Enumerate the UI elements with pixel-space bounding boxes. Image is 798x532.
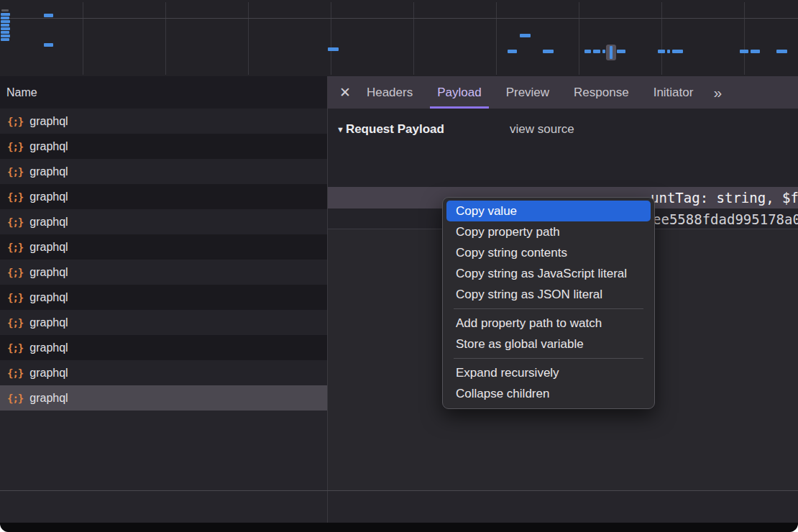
menu-item-collapse-children[interactable]: Collapse children xyxy=(446,383,651,404)
network-activity-bar xyxy=(1,27,10,30)
network-activity-bar xyxy=(508,50,517,53)
payload-operationname-row[interactable]: operationName: "ipFlowTimeseries" xyxy=(328,165,798,187)
json-braces-icon: {;} xyxy=(7,216,23,228)
network-activity-bar xyxy=(672,50,683,53)
context-menu: Copy valueCopy property pathCopy string … xyxy=(442,197,655,409)
column-header-name[interactable]: Name xyxy=(0,76,327,109)
network-activity-bar xyxy=(1,31,9,34)
request-name-label: graphql xyxy=(29,140,68,153)
network-activity-bar xyxy=(1,38,9,41)
network-activity-bar xyxy=(44,14,53,17)
network-activity-bar xyxy=(593,50,600,53)
network-activity-bar xyxy=(667,50,670,53)
timeline-gridline xyxy=(744,2,745,75)
network-request-row[interactable]: {;}graphql xyxy=(0,360,327,385)
request-name-label: graphql xyxy=(29,392,68,405)
timeline-gridline xyxy=(83,2,83,75)
request-name-label: graphql xyxy=(29,165,68,178)
horizontal-divider xyxy=(0,490,798,491)
network-activity-bar xyxy=(543,50,554,53)
network-activity-bar xyxy=(520,34,531,37)
menu-item-copy-string-as-json-literal[interactable]: Copy string as JSON literal xyxy=(446,284,651,305)
json-braces-icon: {;} xyxy=(7,141,23,152)
tab-initiator[interactable]: Initiator xyxy=(646,76,701,109)
menu-separator xyxy=(454,358,643,359)
menu-item-add-property-path-to-watch[interactable]: Add property path to watch xyxy=(446,313,651,334)
menu-item-copy-string-as-javascript-literal[interactable]: Copy string as JavaScript literal xyxy=(446,263,651,284)
network-overview-timeline[interactable] xyxy=(0,0,798,76)
network-activity-bar xyxy=(1,20,10,23)
network-request-row[interactable]: {;}graphql xyxy=(0,260,327,285)
tab-payload[interactable]: Payload xyxy=(430,76,488,109)
menu-item-copy-string-contents[interactable]: Copy string contents xyxy=(446,242,651,263)
timeline-gridline xyxy=(0,18,798,19)
timeline-gridline xyxy=(248,2,249,75)
tab-response[interactable]: Response xyxy=(567,76,636,109)
timeline-gridline xyxy=(331,2,331,75)
network-activity-bar xyxy=(328,47,339,51)
network-activity-bar xyxy=(44,43,53,47)
menu-item-store-as-global-variable[interactable]: Store as global variable xyxy=(446,334,651,354)
network-activity-bar xyxy=(1,17,9,19)
network-activity-bar xyxy=(1,9,9,12)
request-name-label: graphql xyxy=(29,241,68,254)
request-list: {;}graphql{;}graphql{;}graphql{;}graphql… xyxy=(0,109,327,411)
selected-request-marker[interactable] xyxy=(606,45,616,60)
tabs-slot: HeadersPayloadPreviewResponseInitiator xyxy=(359,76,710,109)
network-request-row[interactable]: {;}graphql xyxy=(0,159,327,184)
section-title: Request Payload xyxy=(346,122,444,136)
network-activity-bar xyxy=(751,50,760,53)
json-braces-icon: {;} xyxy=(7,191,23,203)
json-braces-icon: {;} xyxy=(7,242,23,253)
request-name-label: graphql xyxy=(29,266,68,279)
network-request-row[interactable]: {;}graphql xyxy=(0,385,327,411)
json-braces-icon: {;} xyxy=(7,393,23,404)
view-source-link[interactable]: view source xyxy=(510,119,574,140)
network-activity-bar xyxy=(1,24,9,27)
json-braces-icon: {;} xyxy=(7,342,23,354)
request-name-label: graphql xyxy=(29,216,68,229)
network-request-row[interactable]: {;}graphql xyxy=(0,310,327,335)
variables-row-right-text: ee5588fdad995178a0 xyxy=(653,208,798,230)
request-name-label: graphql xyxy=(29,291,68,304)
json-braces-icon: {;} xyxy=(7,166,23,178)
request-name-label: graphql xyxy=(29,341,68,354)
menu-item-copy-property-path[interactable]: Copy property path xyxy=(446,221,651,242)
close-icon[interactable]: ✕ xyxy=(339,76,351,109)
panel-split-divider[interactable] xyxy=(327,76,328,523)
request-name-label: graphql xyxy=(29,115,68,128)
payload-root-row[interactable]: ▼{operationName: "ipFlowTimeseries", var… xyxy=(328,144,798,165)
more-tabs-icon[interactable]: » xyxy=(713,76,720,109)
network-activity-bar xyxy=(1,13,10,16)
network-request-row[interactable]: {;}graphql xyxy=(0,285,327,310)
request-payload-toggle[interactable]: ▼Request Payload xyxy=(336,119,444,140)
network-request-row[interactable]: {;}graphql xyxy=(0,134,327,159)
timeline-gridline xyxy=(496,2,497,75)
network-activity-bar xyxy=(658,50,665,53)
section-expanded-triangle-icon: ▼ xyxy=(336,119,344,140)
json-braces-icon: {;} xyxy=(7,317,23,329)
request-name-label: graphql xyxy=(29,316,68,329)
network-activity-bar xyxy=(1,35,10,37)
network-activity-bar xyxy=(776,50,787,53)
network-request-row[interactable]: {;}graphql xyxy=(0,109,327,134)
tab-headers[interactable]: Headers xyxy=(359,76,420,109)
devtools-network-panel: Name ✕ HeadersPayloadPreviewResponseInit… xyxy=(0,0,798,532)
network-request-row[interactable]: {;}graphql xyxy=(0,209,327,234)
tab-preview[interactable]: Preview xyxy=(499,76,556,109)
menu-item-copy-value[interactable]: Copy value xyxy=(446,201,651,221)
json-braces-icon: {;} xyxy=(7,292,23,303)
timeline-gridline xyxy=(165,2,166,75)
menu-separator xyxy=(454,308,643,309)
request-name-label: graphql xyxy=(29,191,68,203)
query-row-right-text: untTag: string, $f xyxy=(651,187,798,208)
timeline-gridline xyxy=(413,2,414,75)
network-activity-bar xyxy=(584,50,591,53)
network-request-row[interactable]: {;}graphql xyxy=(0,184,327,209)
request-name-label: graphql xyxy=(29,367,68,380)
detail-tab-bar: ✕ HeadersPayloadPreviewResponseInitiator… xyxy=(327,76,798,109)
network-activity-bar xyxy=(740,50,748,53)
network-request-row[interactable]: {;}graphql xyxy=(0,234,327,260)
network-request-row[interactable]: {;}graphql xyxy=(0,335,327,360)
menu-item-expand-recursively[interactable]: Expand recursively xyxy=(446,362,651,383)
